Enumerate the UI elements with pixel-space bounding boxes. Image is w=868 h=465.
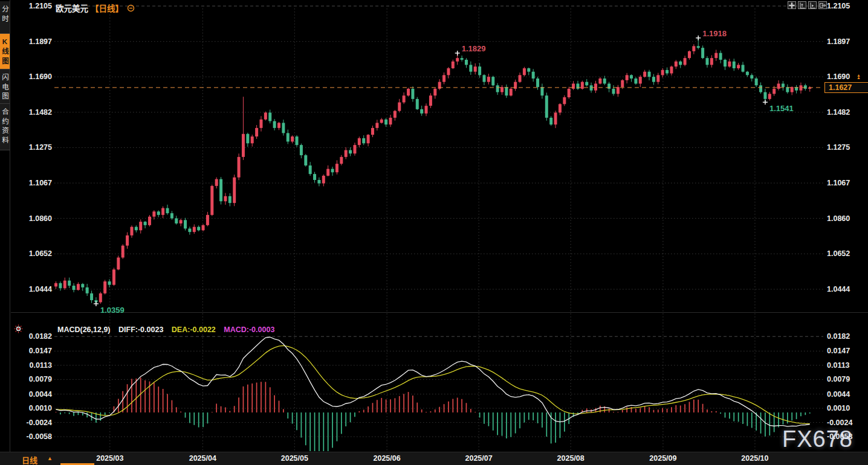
price-axis-label: 1.1690 — [827, 72, 850, 81]
macd-dea-value: DEA:-0.0022 — [172, 326, 216, 334]
price-axis-label: 1.2105 — [8, 2, 52, 10]
price-axis-label: 1.0860 — [827, 214, 850, 223]
timeframe-dropdown-arrow[interactable]: ▲ — [47, 455, 53, 461]
price-axis-label: 1.0860 — [8, 214, 52, 223]
sidebar: 分时图K线图闪电图合约资料 — [0, 0, 10, 452]
indicator-settings-icon[interactable] — [14, 324, 23, 336]
macd-axis-label: 0.0182 — [827, 332, 850, 341]
price-axis-label: 1.1275 — [827, 143, 850, 152]
price-axis-label: 1.0652 — [827, 249, 850, 258]
price-annotation: 1.1541 — [769, 104, 794, 113]
price-annotation: 1.1918 — [702, 29, 727, 38]
macd-axis-label: 0.0010 — [827, 404, 850, 412]
sidebar-item-2[interactable]: K线图 — [0, 34, 10, 69]
macd-axis-label: 0.0079 — [8, 375, 52, 383]
trading-app: 1.03591.18291.19181.1541 分时图K线图闪电图合约资料 欧… — [0, 0, 868, 465]
macd-macd-value: MACD:-0.0003 — [224, 326, 274, 334]
price-axis-label: 1.1897 — [827, 37, 850, 46]
price-axis-label: 1.0444 — [8, 285, 52, 293]
current-price-badge: 1.1627 — [824, 82, 868, 93]
price-axis-label: 1.1482 — [8, 108, 52, 117]
x-axis-zoom-button[interactable] — [808, 1, 817, 9]
macd-axis-label: 0.0044 — [8, 390, 52, 399]
price-axis-label: 1.1067 — [8, 179, 52, 187]
y-axis-zoom-button[interactable] — [798, 1, 806, 9]
x-axis-label: 2025/03 — [96, 454, 123, 463]
period-tag: 【日线】 — [91, 2, 123, 14]
pan-tool-button[interactable] — [788, 1, 796, 9]
macd-axis-label: 0.0044 — [827, 390, 850, 399]
chart-canvas[interactable]: 1.03591.18291.19181.1541 — [0, 0, 868, 465]
x-axis-label: 2025/08 — [557, 454, 585, 463]
macd-axis-label: -0.0058 — [8, 432, 52, 441]
timeframe-bar: 日线 ▲ 2025/032025/042025/052025/062025/07… — [0, 452, 868, 465]
sidebar-item-1[interactable]: 分时图 — [0, 1, 10, 34]
price-axis-label: 1.1897 — [8, 37, 52, 46]
watermark: FX678 — [782, 426, 853, 452]
macd-axis-label: 0.0113 — [827, 361, 850, 370]
x-axis-label: 2025/07 — [465, 454, 493, 463]
macd-axis-label: 0.0113 — [8, 361, 52, 370]
chart-toolbar — [788, 1, 827, 9]
timeframe-label[interactable]: 日线 — [22, 454, 37, 465]
macd-axis-label: -0.0024 — [8, 418, 52, 427]
macd-axis-label: 0.0147 — [827, 347, 850, 355]
macd-axis-label: 0.0079 — [827, 375, 850, 383]
price-annotation: 1.1829 — [462, 44, 486, 53]
price-arrows-marker: ▲▲ — [857, 74, 861, 80]
macd-axis-label: 0.0147 — [8, 347, 52, 355]
sidebar-item-3[interactable]: 闪电图 — [0, 69, 10, 104]
x-axis-label: 2025/05 — [281, 454, 308, 463]
chart-title: 欧元美元 【日线】 — [56, 2, 135, 14]
sidebar-item-4[interactable]: 合约资料 — [0, 104, 10, 150]
macd-diff-value: DIFF:-0.0023 — [118, 326, 163, 334]
price-axis-label: 1.1067 — [827, 179, 850, 187]
x-axis-label: 2025/09 — [649, 454, 676, 463]
price-axis-label: 1.1482 — [827, 108, 850, 117]
x-axis-label: 2025/06 — [374, 454, 401, 463]
price-axis-label: 1.1690 — [8, 72, 52, 81]
symbol-name: 欧元美元 — [56, 2, 88, 14]
macd-axis-label: 0.0010 — [8, 404, 52, 412]
macd-axis-label: -0.0024 — [827, 418, 852, 427]
price-axis-label: 1.2105 — [827, 2, 850, 10]
macd-params-label: MACD(26,12,9) — [57, 326, 111, 334]
settings-icon[interactable] — [127, 4, 135, 12]
export-button[interactable] — [818, 1, 827, 9]
x-axis-label: 2025/04 — [189, 454, 216, 463]
x-axis-label: 2025/10 — [741, 454, 768, 463]
price-annotation: 1.0359 — [100, 306, 125, 315]
price-axis-label: 1.0444 — [827, 285, 850, 293]
price-axis-label: 1.0652 — [8, 249, 52, 258]
price-axis-label: 1.1275 — [8, 143, 52, 152]
macd-indicator-label: MACD(26,12,9) DIFF:-0.0023 DEA:-0.0022 M… — [57, 326, 274, 334]
